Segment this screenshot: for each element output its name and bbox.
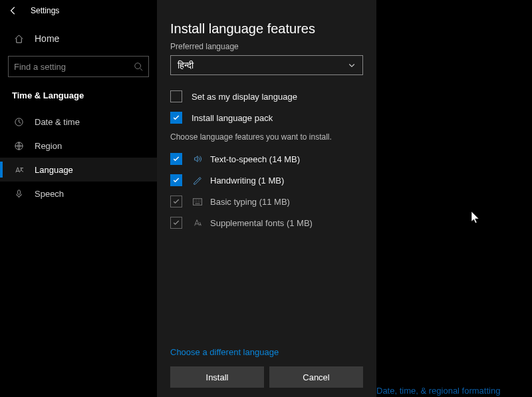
language-icon — [12, 165, 25, 175]
feature-supplemental-fonts: Supplemental fonts (1 MB) — [170, 212, 363, 233]
keyboard-icon — [192, 198, 203, 205]
microphone-icon — [12, 189, 25, 199]
checkbox-checked[interactable] — [170, 174, 182, 186]
sidebar-item-region[interactable]: Region — [0, 134, 157, 158]
features-hint: Choose language features you want to ins… — [170, 132, 363, 142]
sidebar-item-label: Date & time — [35, 117, 80, 127]
svg-rect-4 — [17, 190, 20, 194]
checkbox-checked[interactable] — [170, 153, 182, 165]
search-input[interactable]: Find a setting — [8, 56, 149, 77]
feature-basic-typing: Basic typing (11 MB) — [170, 191, 363, 212]
choose-different-language-link[interactable]: Choose a different language — [170, 347, 363, 357]
clock-icon — [12, 117, 25, 127]
svg-rect-6 — [193, 198, 201, 205]
feature-label: Text-to-speech (14 MB) — [210, 154, 300, 164]
checkbox-checked-disabled — [170, 217, 182, 229]
sidebar-home[interactable]: Home — [0, 27, 157, 51]
sidebar-item-label: Language — [35, 165, 73, 175]
sidebar-item-label: Speech — [35, 189, 64, 199]
feature-label: Basic typing (11 MB) — [210, 197, 290, 207]
globe-icon — [12, 141, 25, 151]
sidebar-item-label: Region — [35, 141, 62, 151]
feature-handwriting[interactable]: Handwriting (1 MB) — [170, 170, 363, 191]
background-section-heading: Date, time, & regional formatting — [376, 386, 500, 396]
dialog-buttons: Install Cancel — [170, 366, 363, 388]
cancel-button[interactable]: Cancel — [269, 366, 363, 388]
checkbox-checked-disabled — [170, 196, 182, 207]
feature-text-to-speech[interactable]: Text-to-speech (14 MB) — [170, 148, 363, 170]
preferred-language-label: Preferred language — [170, 42, 363, 51]
search-placeholder: Find a setting — [14, 62, 66, 72]
preferred-language-select[interactable]: हिन्दी — [170, 55, 363, 75]
sidebar-home-label: Home — [35, 33, 59, 44]
sidebar-item-date-time[interactable]: Date & time — [0, 110, 157, 134]
dialog-title: Install language features — [170, 21, 363, 37]
install-button[interactable]: Install — [170, 366, 264, 388]
option-label: Set as my display language — [192, 92, 297, 102]
text-to-speech-icon — [192, 154, 203, 164]
sidebar-item-language[interactable]: Language — [0, 158, 157, 182]
selected-language-value: हिन्दी — [178, 60, 194, 71]
home-icon — [12, 34, 25, 44]
fonts-icon — [192, 218, 203, 227]
app-title: Settings — [31, 6, 59, 15]
feature-label: Supplemental fonts (1 MB) — [210, 218, 313, 228]
checkbox-unchecked[interactable] — [170, 90, 182, 102]
sidebar: Home Find a setting Time & Language Date… — [0, 27, 157, 205]
search-icon — [134, 62, 143, 71]
arrow-left-icon — [9, 6, 18, 15]
back-button[interactable] — [0, 0, 27, 21]
sidebar-item-speech[interactable]: Speech — [0, 182, 157, 205]
svg-point-1 — [135, 63, 141, 69]
sidebar-section-title: Time & Language — [0, 85, 157, 110]
chevron-down-icon — [348, 61, 356, 69]
install-language-dialog: Install language features Preferred lang… — [157, 0, 376, 397]
set-display-language-option[interactable]: Set as my display language — [170, 86, 363, 107]
option-label: Install language pack — [192, 113, 273, 123]
checkbox-checked[interactable] — [170, 112, 182, 124]
install-language-pack-option[interactable]: Install language pack — [170, 107, 363, 128]
feature-label: Handwriting (1 MB) — [210, 176, 284, 186]
handwriting-icon — [192, 176, 203, 185]
